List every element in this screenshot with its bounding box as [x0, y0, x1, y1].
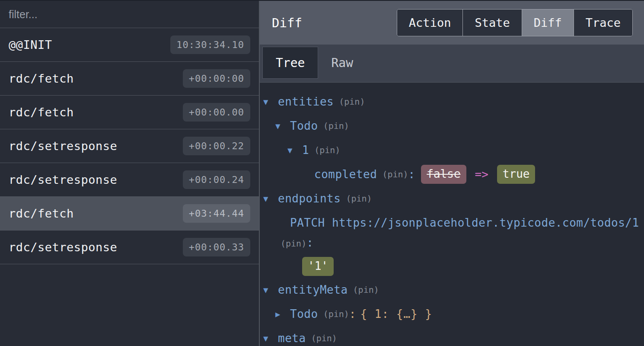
expander-down-icon[interactable]: ▼ — [263, 285, 278, 295]
tab-diff[interactable]: Diff — [522, 10, 574, 36]
inspector-panel: Diff ActionStateDiffTrace TreeRaw ▼entit… — [260, 1, 644, 346]
tree-key: Todo — [290, 119, 318, 132]
diff-added-value: true — [497, 165, 536, 184]
action-name: rdc/fetch — [9, 72, 74, 85]
colon: : — [408, 168, 415, 181]
tree-row: ▼entities(pin) — [260, 90, 644, 114]
action-name: rdc/setresponse — [9, 173, 117, 186]
tree-key: 1 — [302, 144, 309, 157]
tree-row: ▼meta(pin) — [260, 326, 644, 346]
tab-trace[interactable]: Trace — [574, 10, 632, 36]
expander-right-icon[interactable]: ▶ — [275, 309, 290, 319]
action-list-item[interactable]: rdc/setresponse+00:00.24 — [0, 163, 259, 197]
pin-link[interactable]: (pin) — [323, 121, 349, 131]
panel-title: Diff — [272, 16, 302, 30]
tree-row: ▼Todo(pin) — [260, 114, 644, 138]
tree-row: ▼1(pin) — [260, 138, 644, 162]
action-name: rdc/setresponse — [9, 139, 117, 153]
action-timestamp: +00:00:00 — [183, 69, 250, 88]
filter-input[interactable] — [0, 1, 259, 28]
expander-down-icon[interactable]: ▼ — [263, 194, 278, 203]
view-tab-bar: TreeRaw — [260, 45, 644, 83]
action-name: rdc/setresponse — [9, 240, 117, 254]
action-list-panel: @@INIT10:30:34.10rdc/fetch+00:00:00rdc/f… — [0, 1, 260, 346]
tree-key: entities — [278, 95, 334, 108]
pin-link[interactable]: (pin) — [323, 309, 349, 319]
action-name: rdc/fetch — [9, 106, 74, 119]
tree-row: ▶Todo(pin):{ 1: {…} } — [260, 302, 644, 326]
pin-link[interactable]: (pin) — [281, 238, 306, 249]
action-name: rdc/fetch — [9, 207, 74, 220]
action-timestamp: 10:30:34.10 — [170, 35, 250, 54]
action-timestamp: +00:00.00 — [183, 103, 250, 122]
action-timestamp: +00:00.33 — [183, 238, 250, 256]
tree-key: endpoints — [278, 192, 341, 205]
action-name: @@INIT — [9, 38, 52, 51]
action-timestamp: +03:44.44 — [183, 204, 250, 223]
redux-devtools: @@INIT10:30:34.10rdc/fetch+00:00:00rdc/f… — [0, 0, 644, 346]
tree-value-line: '1' — [260, 255, 644, 278]
expander-down-icon[interactable]: ▼ — [263, 333, 278, 343]
expander-down-icon[interactable]: ▼ — [287, 145, 302, 155]
tab-state[interactable]: State — [462, 10, 521, 36]
action-timestamp: +00:00.24 — [183, 170, 250, 189]
pin-link[interactable]: (pin) — [353, 285, 379, 295]
action-list-item[interactable]: rdc/setresponse+00:00.33 — [0, 231, 259, 264]
expander-down-icon[interactable]: ▼ — [263, 97, 278, 106]
pin-link[interactable]: (pin) — [382, 169, 408, 179]
action-timestamp: +00:00.22 — [183, 137, 250, 155]
diff-tree: ▼entities(pin)▼Todo(pin)▼1(pin)completed… — [260, 83, 644, 346]
pin-link[interactable]: (pin) — [346, 193, 372, 204]
tree-row: completed(pin):false=>true — [260, 162, 644, 186]
pin-link[interactable]: (pin) — [314, 145, 340, 155]
pin-link[interactable]: (pin) — [339, 96, 365, 107]
action-list-item[interactable]: rdc/fetch+00:00.00 — [0, 96, 259, 129]
action-list-item[interactable]: rdc/fetch+00:00:00 — [0, 62, 259, 96]
diff-arrow: => — [475, 168, 488, 181]
tab-action[interactable]: Action — [397, 10, 463, 36]
expander-down-icon[interactable]: ▼ — [275, 121, 290, 131]
filter-row — [0, 1, 259, 28]
tree-row: ▼entityMeta(pin) — [260, 278, 644, 302]
action-list-item[interactable]: rdc/setresponse+00:00.22 — [0, 129, 259, 163]
tree-row: PATCH https://jsonplaceholder.typicode.c… — [260, 211, 644, 253]
tree-row: ▼endpoints(pin) — [260, 186, 644, 211]
diff-removed-value: false — [421, 165, 466, 184]
inspector-header: Diff ActionStateDiffTrace — [260, 1, 644, 45]
view-tab-raw[interactable]: Raw — [318, 47, 366, 79]
colon: : — [349, 308, 356, 320]
action-list-item[interactable]: rdc/fetch+03:44.44 — [0, 197, 259, 231]
diff-added-value: '1' — [302, 257, 334, 276]
tree-key: entityMeta — [278, 283, 348, 296]
colon: : — [306, 236, 313, 249]
pin-link[interactable]: (pin) — [311, 333, 337, 343]
tree-key: meta — [278, 332, 306, 345]
view-tab-tree[interactable]: Tree — [262, 47, 318, 79]
tree-key: Todo — [290, 308, 318, 320]
inspector-tab-group: ActionStateDiffTrace — [397, 9, 633, 36]
tree-key: completed — [314, 168, 377, 181]
action-list-item[interactable]: @@INIT10:30:34.10 — [0, 28, 259, 62]
tree-key: PATCH https://jsonplaceholder.typicode.c… — [290, 216, 639, 229]
action-list: @@INIT10:30:34.10rdc/fetch+00:00:00rdc/f… — [0, 28, 259, 264]
collapsed-preview: { 1: {…} } — [360, 308, 433, 320]
